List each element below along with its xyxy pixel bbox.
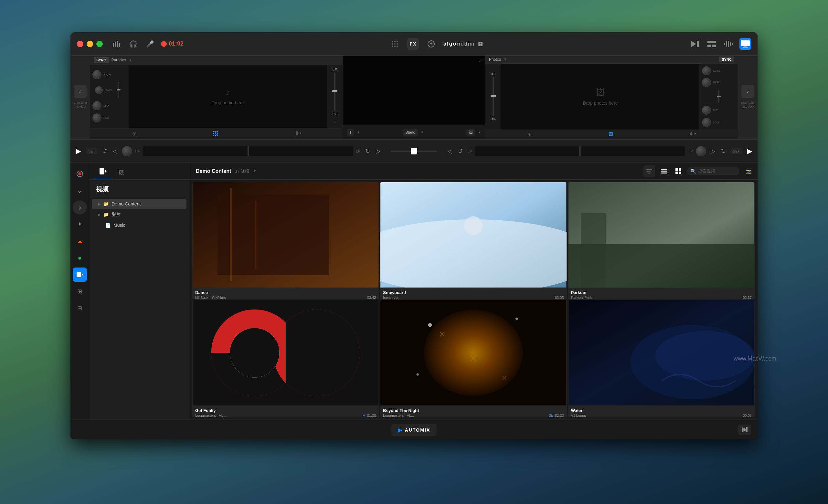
sidebar-item-spotify[interactable]: ● bbox=[73, 251, 87, 265]
tree-item-movies[interactable]: ▶ 📁 影片 bbox=[92, 209, 187, 220]
crossfader-thumb[interactable] bbox=[411, 148, 417, 155]
close-button[interactable] bbox=[77, 41, 83, 47]
left-loop-forward-button[interactable]: ↻ bbox=[364, 146, 371, 156]
left-filter-knob[interactable] bbox=[122, 146, 132, 156]
eq-mid-knob[interactable] bbox=[92, 101, 101, 110]
left-filter-hp-label[interactable]: HP bbox=[135, 149, 140, 154]
left-filter-lp-label[interactable]: LP bbox=[356, 149, 361, 154]
blend-mode-button[interactable]: Blend bbox=[403, 129, 418, 136]
deck-left-grid-icon[interactable]: ⊞ bbox=[131, 129, 138, 138]
right-filter-knob[interactable] bbox=[696, 146, 706, 156]
monitor-icon[interactable] bbox=[739, 38, 751, 50]
eq-right-high-knob[interactable] bbox=[702, 78, 711, 87]
video-item-water[interactable]: Water VJ Loops 00:03 bbox=[568, 300, 755, 417]
minimize-button[interactable] bbox=[87, 41, 93, 47]
svg-rect-35 bbox=[694, 132, 695, 135]
eq-right-mid-knob[interactable] bbox=[702, 106, 711, 115]
right-prev-button[interactable]: ◁ bbox=[446, 146, 453, 156]
tree-item-music[interactable]: 📄 Music bbox=[92, 220, 187, 230]
right-set-button[interactable]: SET bbox=[731, 148, 742, 154]
right-loop-forward-button[interactable]: ↻ bbox=[720, 146, 727, 156]
eq-right-mid-label: MID bbox=[713, 109, 722, 112]
layout-icon[interactable] bbox=[706, 38, 717, 50]
sidebar-item-down-arrow[interactable]: ⌄ bbox=[73, 183, 87, 198]
eq-low-knob[interactable] bbox=[92, 114, 101, 122]
eq-gain-knob[interactable] bbox=[95, 86, 103, 94]
eq-high-knob[interactable] bbox=[92, 70, 101, 79]
sidebar-item-soundcloud[interactable]: ☁ bbox=[73, 234, 87, 248]
maximize-button[interactable] bbox=[96, 41, 103, 47]
content-area: Demo Content 17 视频 ▼ bbox=[190, 163, 757, 420]
expand-button[interactable]: ⤢ bbox=[479, 58, 483, 63]
sidebar-item-star[interactable]: ✦ bbox=[73, 217, 87, 231]
sidebar-item-record[interactable] bbox=[73, 167, 87, 181]
svg-rect-48 bbox=[661, 169, 667, 170]
list-view-button[interactable] bbox=[659, 166, 669, 176]
video-info-snowboard: Snowboard Isenseven 03:05 bbox=[380, 288, 567, 299]
content-header: Demo Content 17 视频 ▼ bbox=[190, 163, 757, 180]
deck-left-eq: HIGH GAIN MID bbox=[90, 65, 129, 128]
left-play-button[interactable]: ▶ bbox=[74, 146, 82, 157]
gain-label: GAIN bbox=[105, 88, 112, 92]
deck-left-waveform-icon[interactable] bbox=[293, 130, 302, 138]
video-item-snowboard[interactable]: Snowboard Isenseven 03:05 bbox=[380, 182, 567, 299]
loop-icon[interactable] bbox=[425, 38, 437, 50]
right-filter-hp-label[interactable]: HP bbox=[688, 149, 693, 154]
deck-left-drop-zone[interactable]: ♪ Drop audio here bbox=[211, 87, 244, 105]
image-overlay-button[interactable]: 🖼 bbox=[466, 129, 475, 136]
waveform-icon[interactable] bbox=[722, 38, 734, 50]
right-filter-lp-label[interactable]: LP bbox=[467, 149, 472, 154]
video-item-get-funky[interactable]: Get Funky Loopmasters - VL... A 01:00 12… bbox=[192, 300, 379, 417]
sidebar-item-export[interactable]: ⊟ bbox=[73, 301, 87, 315]
eq-right-gain-knob[interactable] bbox=[702, 66, 711, 75]
left-loop-back-button[interactable]: ↺ bbox=[101, 146, 108, 156]
video-item-parkour[interactable]: Parkour Parkour Paris 02:37 bbox=[568, 182, 755, 299]
automix-button[interactable]: ▶ AUTOMIX bbox=[391, 424, 437, 436]
deck-right-grid-icon[interactable]: ⊞ bbox=[526, 130, 533, 139]
video-item-dance[interactable]: Dance Lil' Buck - YakFilms 03:42 bbox=[192, 182, 379, 299]
deck-right-pitch-slider[interactable] bbox=[493, 77, 494, 116]
deck-right-sync-button[interactable]: SYNC bbox=[719, 56, 734, 62]
sidebar-item-import[interactable]: ⊞ bbox=[73, 284, 87, 298]
video-item-beyond-night[interactable]: ✕ ✕ ✕ Beyond The Night Loopmasters - VL.… bbox=[380, 300, 567, 417]
tab-photo[interactable]: 🖼 bbox=[113, 167, 129, 179]
eq-right-low-knob[interactable] bbox=[702, 118, 711, 127]
svg-point-40 bbox=[78, 172, 81, 175]
bottom-right-button[interactable] bbox=[738, 424, 751, 435]
svg-rect-58 bbox=[255, 201, 257, 269]
fx-button[interactable]: FX bbox=[407, 38, 419, 50]
sidebar-item-itunes[interactable]: ♪ bbox=[73, 200, 87, 214]
deck-right-song-icon[interactable]: ♪ bbox=[741, 85, 754, 98]
right-next-button[interactable]: ▷ bbox=[709, 146, 716, 156]
filter-button[interactable] bbox=[644, 165, 655, 177]
grid-dots-icon[interactable] bbox=[389, 38, 401, 50]
left-next-button[interactable]: ▷ bbox=[375, 146, 382, 156]
mic-icon[interactable]: 🎤 bbox=[144, 38, 156, 50]
deck-left-pitch-toggle[interactable]: ± bbox=[334, 120, 336, 125]
equalizer-icon[interactable] bbox=[111, 38, 122, 50]
headphones-icon[interactable]: 🎧 bbox=[127, 38, 139, 50]
tab-video[interactable] bbox=[94, 165, 112, 179]
crossfader-track[interactable] bbox=[391, 151, 437, 152]
deck-left-image-icon[interactable]: 🖼 bbox=[212, 130, 219, 138]
search-input[interactable] bbox=[698, 169, 736, 173]
deck-left-sync-button[interactable]: SYNC bbox=[94, 57, 109, 63]
deck-right-image-icon[interactable]: 🖼 bbox=[607, 130, 615, 138]
gain-fader[interactable] bbox=[118, 82, 119, 98]
left-prev-button[interactable]: ◁ bbox=[112, 146, 119, 156]
text-overlay-button[interactable]: T bbox=[347, 129, 354, 136]
right-loop-back-button[interactable]: ↺ bbox=[457, 146, 464, 156]
tree-item-demo-content[interactable]: ▶ 📁 Demo Content bbox=[92, 199, 187, 209]
record-button[interactable]: 01:02 bbox=[161, 40, 183, 47]
sidebar-item-video[interactable] bbox=[73, 267, 87, 282]
right-gain-fader[interactable] bbox=[705, 90, 733, 103]
play-arrow-icon[interactable] bbox=[689, 38, 701, 50]
deck-left-pitch-slider[interactable] bbox=[334, 72, 335, 111]
deck-right-waveform-icon[interactable] bbox=[689, 130, 697, 138]
content-dropdown-arrow[interactable]: ▼ bbox=[253, 169, 256, 173]
left-set-button[interactable]: SET bbox=[86, 148, 97, 154]
grid-view-button[interactable] bbox=[673, 166, 684, 176]
deck-left-song-icon[interactable]: ♪ bbox=[74, 85, 87, 98]
right-play-button[interactable]: ▶ bbox=[746, 146, 754, 157]
deck-right-drop-zone[interactable]: 🖼 Drop photos here bbox=[583, 87, 618, 106]
